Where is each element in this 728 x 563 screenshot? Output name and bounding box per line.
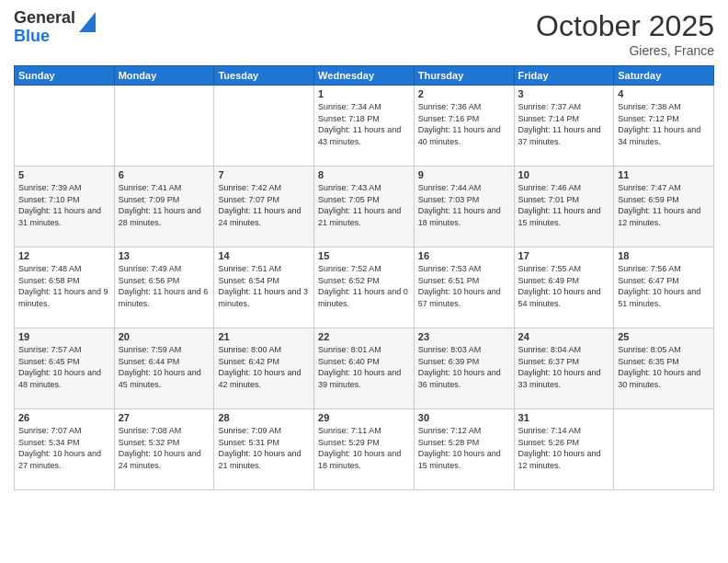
day-number: 24: [518, 331, 610, 342]
table-row: 19Sunrise: 7:57 AMSunset: 6:45 PMDayligh…: [15, 328, 115, 409]
table-row: 7Sunrise: 7:42 AMSunset: 7:07 PMDaylight…: [214, 167, 314, 247]
day-number: 11: [618, 169, 710, 180]
day-info: Sunrise: 8:03 AMSunset: 6:39 PMDaylight:…: [418, 344, 510, 390]
table-row: 4Sunrise: 7:38 AMSunset: 7:12 PMDaylight…: [614, 86, 714, 167]
day-info: Sunrise: 7:46 AMSunset: 7:01 PMDaylight:…: [518, 182, 610, 228]
day-info: Sunrise: 8:05 AMSunset: 6:35 PMDaylight:…: [618, 344, 710, 390]
table-row: 5Sunrise: 7:39 AMSunset: 7:10 PMDaylight…: [15, 167, 115, 247]
day-info: Sunrise: 7:47 AMSunset: 6:59 PMDaylight:…: [618, 182, 710, 228]
day-number: 22: [318, 331, 410, 342]
table-row: 2Sunrise: 7:36 AMSunset: 7:16 PMDaylight…: [414, 86, 514, 167]
logo-text: General Blue: [14, 9, 96, 46]
table-row: 6Sunrise: 7:41 AMSunset: 7:09 PMDaylight…: [114, 167, 214, 247]
day-number: 6: [119, 169, 210, 180]
day-number: 23: [418, 331, 510, 342]
day-info: Sunrise: 7:43 AMSunset: 7:05 PMDaylight:…: [318, 182, 410, 228]
day-info: Sunrise: 7:49 AMSunset: 6:56 PMDaylight:…: [119, 263, 210, 309]
day-info: Sunrise: 8:04 AMSunset: 6:37 PMDaylight:…: [518, 344, 610, 390]
calendar-week-row: 5Sunrise: 7:39 AMSunset: 7:10 PMDaylight…: [15, 167, 714, 247]
day-number: 14: [218, 250, 310, 261]
day-number: 16: [418, 250, 510, 261]
calendar-header-row: Sunday Monday Tuesday Wednesday Thursday…: [15, 66, 714, 86]
col-wednesday: Wednesday: [314, 66, 415, 86]
table-row: 25Sunrise: 8:05 AMSunset: 6:35 PMDayligh…: [614, 328, 714, 409]
table-row: [214, 86, 314, 167]
day-info: Sunrise: 7:41 AMSunset: 7:09 PMDaylight:…: [119, 182, 210, 228]
day-number: 25: [618, 331, 710, 342]
logo-blue: Blue: [14, 27, 50, 45]
calendar-week-row: 12Sunrise: 7:48 AMSunset: 6:58 PMDayligh…: [15, 247, 714, 328]
day-info: Sunrise: 7:53 AMSunset: 6:51 PMDaylight:…: [418, 263, 510, 309]
day-info: Sunrise: 7:09 AMSunset: 5:31 PMDaylight:…: [218, 425, 310, 471]
calendar: Sunday Monday Tuesday Wednesday Thursday…: [14, 65, 714, 490]
day-number: 2: [418, 88, 510, 99]
table-row: 16Sunrise: 7:53 AMSunset: 6:51 PMDayligh…: [414, 247, 514, 328]
table-row: 21Sunrise: 8:00 AMSunset: 6:42 PMDayligh…: [214, 328, 314, 409]
table-row: 13Sunrise: 7:49 AMSunset: 6:56 PMDayligh…: [114, 247, 214, 328]
day-number: 1: [318, 88, 410, 99]
table-row: 3Sunrise: 7:37 AMSunset: 7:14 PMDaylight…: [514, 86, 614, 167]
day-info: Sunrise: 7:14 AMSunset: 5:26 PMDaylight:…: [518, 425, 610, 471]
table-row: 17Sunrise: 7:55 AMSunset: 6:49 PMDayligh…: [514, 247, 614, 328]
day-number: 19: [18, 331, 110, 342]
table-row: 8Sunrise: 7:43 AMSunset: 7:05 PMDaylight…: [314, 167, 415, 247]
logo-icon: [79, 12, 96, 32]
day-info: Sunrise: 7:56 AMSunset: 6:47 PMDaylight:…: [618, 263, 710, 309]
table-row: 30Sunrise: 7:12 AMSunset: 5:28 PMDayligh…: [414, 409, 514, 490]
day-info: Sunrise: 7:36 AMSunset: 7:16 PMDaylight:…: [418, 101, 510, 147]
table-row: 11Sunrise: 7:47 AMSunset: 6:59 PMDayligh…: [614, 167, 714, 247]
table-row: 20Sunrise: 7:59 AMSunset: 6:44 PMDayligh…: [114, 328, 214, 409]
day-number: 29: [318, 412, 410, 423]
day-info: Sunrise: 7:59 AMSunset: 6:44 PMDaylight:…: [119, 344, 210, 390]
day-info: Sunrise: 7:08 AMSunset: 5:32 PMDaylight:…: [119, 425, 210, 471]
table-row: 22Sunrise: 8:01 AMSunset: 6:40 PMDayligh…: [314, 328, 415, 409]
table-row: 29Sunrise: 7:11 AMSunset: 5:29 PMDayligh…: [314, 409, 415, 490]
day-info: Sunrise: 7:07 AMSunset: 5:34 PMDaylight:…: [18, 425, 110, 471]
day-info: Sunrise: 7:57 AMSunset: 6:45 PMDaylight:…: [18, 344, 110, 390]
day-number: 31: [518, 412, 610, 423]
day-info: Sunrise: 8:01 AMSunset: 6:40 PMDaylight:…: [318, 344, 410, 390]
calendar-week-row: 19Sunrise: 7:57 AMSunset: 6:45 PMDayligh…: [15, 328, 714, 409]
logo-general: General: [14, 8, 75, 27]
day-info: Sunrise: 7:11 AMSunset: 5:29 PMDaylight:…: [318, 425, 410, 471]
day-info: Sunrise: 7:48 AMSunset: 6:58 PMDaylight:…: [18, 263, 110, 309]
day-info: Sunrise: 7:38 AMSunset: 7:12 PMDaylight:…: [618, 101, 710, 147]
table-row: 18Sunrise: 7:56 AMSunset: 6:47 PMDayligh…: [614, 247, 714, 328]
table-row: 15Sunrise: 7:52 AMSunset: 6:52 PMDayligh…: [314, 247, 415, 328]
logo: General Blue: [14, 9, 96, 46]
col-friday: Friday: [514, 66, 614, 86]
day-number: 30: [418, 412, 510, 423]
day-number: 4: [618, 88, 710, 99]
day-number: 17: [518, 250, 610, 261]
table-row: 24Sunrise: 8:04 AMSunset: 6:37 PMDayligh…: [514, 328, 614, 409]
day-number: 10: [518, 169, 610, 180]
table-row: 14Sunrise: 7:51 AMSunset: 6:54 PMDayligh…: [214, 247, 314, 328]
day-number: 8: [318, 169, 410, 180]
calendar-week-row: 26Sunrise: 7:07 AMSunset: 5:34 PMDayligh…: [15, 409, 714, 490]
table-row: 9Sunrise: 7:44 AMSunset: 7:03 PMDaylight…: [414, 167, 514, 247]
day-number: 26: [18, 412, 110, 423]
day-info: Sunrise: 7:52 AMSunset: 6:52 PMDaylight:…: [318, 263, 410, 309]
day-info: Sunrise: 7:51 AMSunset: 6:54 PMDaylight:…: [218, 263, 310, 309]
day-number: 15: [318, 250, 410, 261]
day-number: 21: [218, 331, 310, 342]
title-block: October 2025 Gieres, France: [536, 9, 714, 58]
col-thursday: Thursday: [414, 66, 514, 86]
day-info: Sunrise: 8:00 AMSunset: 6:42 PMDaylight:…: [218, 344, 310, 390]
month-title: October 2025: [536, 9, 714, 43]
col-saturday: Saturday: [614, 66, 714, 86]
day-info: Sunrise: 7:39 AMSunset: 7:10 PMDaylight:…: [18, 182, 110, 228]
table-row: 12Sunrise: 7:48 AMSunset: 6:58 PMDayligh…: [15, 247, 115, 328]
day-info: Sunrise: 7:34 AMSunset: 7:18 PMDaylight:…: [318, 101, 410, 147]
day-number: 27: [119, 412, 210, 423]
day-info: Sunrise: 7:42 AMSunset: 7:07 PMDaylight:…: [218, 182, 310, 228]
table-row: 28Sunrise: 7:09 AMSunset: 5:31 PMDayligh…: [214, 409, 314, 490]
table-row: [614, 409, 714, 490]
day-number: 12: [18, 250, 110, 261]
table-row: 27Sunrise: 7:08 AMSunset: 5:32 PMDayligh…: [114, 409, 214, 490]
table-row: [114, 86, 214, 167]
table-row: [15, 86, 115, 167]
table-row: 26Sunrise: 7:07 AMSunset: 5:34 PMDayligh…: [15, 409, 115, 490]
day-number: 9: [418, 169, 510, 180]
location: Gieres, France: [536, 43, 714, 58]
